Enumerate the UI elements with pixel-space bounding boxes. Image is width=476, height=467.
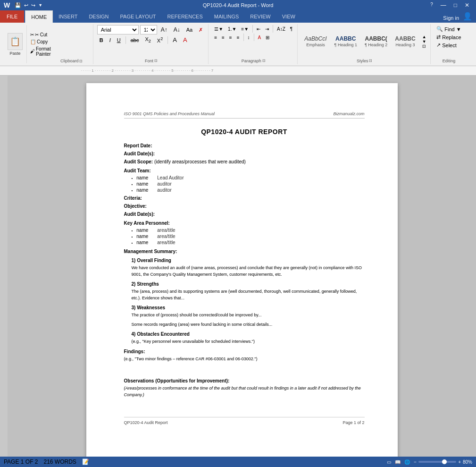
shading-button[interactable]: A (256, 34, 263, 41)
tab-design[interactable]: DESIGN (83, 10, 114, 23)
paragraph-row-2: ≡ ≡ ≡ ≡ ↕ A ⊞ (212, 34, 294, 41)
para-sep4 (254, 34, 254, 41)
styles-expand-icon[interactable]: ⊡ (369, 59, 372, 63)
clipboard-expand-icon[interactable]: ⊡ (79, 59, 83, 63)
font-expand-icon[interactable]: ⊡ (154, 59, 158, 63)
bold-button[interactable]: B (97, 36, 106, 44)
obstacles-title: 4) Obstacles Encountered (132, 331, 365, 337)
maximize-icon[interactable]: □ (451, 2, 460, 8)
increase-font-button[interactable]: A↑ (159, 25, 170, 34)
bullet-icon: • (132, 229, 133, 233)
line-spacing-button[interactable]: ↕ (246, 34, 252, 41)
change-case-button[interactable]: Aa (184, 26, 195, 34)
close-icon[interactable]: ✕ (462, 2, 472, 8)
paste-button[interactable]: 📋 Paste (4, 25, 27, 63)
para-sep1 (252, 25, 253, 33)
print-layout-view[interactable]: ▭ (387, 459, 391, 465)
audit-scope-value: (identify areas/processes that were audi… (154, 159, 246, 164)
clear-formatting-button[interactable]: ✗ (196, 26, 205, 34)
zoom-plus-button[interactable]: + (458, 459, 461, 465)
strikethrough-button[interactable]: abc (128, 36, 142, 44)
sign-in-button[interactable]: Sign in (443, 15, 459, 23)
tab-insert[interactable]: INSERT (53, 10, 83, 23)
underline-button[interactable]: U (115, 36, 123, 44)
separator (125, 36, 126, 44)
undo-icon[interactable]: ↩ (24, 2, 28, 8)
tab-references[interactable]: REFERENCES (162, 10, 209, 23)
sort-button[interactable]: A↕Z (275, 25, 287, 33)
audit-dates-2-label: Audit Date(s): (124, 212, 155, 217)
member-name: name (136, 175, 153, 180)
style-label-heading2: ¶ Heading 2 (365, 42, 387, 47)
style-heading2[interactable]: AABBC( ¶ Heading 2 (362, 34, 390, 48)
select-icon: ↗ (436, 42, 441, 48)
select-button[interactable]: ↗ Select (434, 41, 463, 49)
web-layout-view[interactable]: 🌐 (404, 459, 410, 465)
read-mode-view[interactable]: 📖 (395, 459, 401, 465)
customize-icon[interactable]: ▼ (38, 3, 42, 8)
tab-page-layout[interactable]: PAGE LAYOUT (115, 10, 162, 23)
decrease-font-button[interactable]: A↓ (171, 25, 183, 34)
save-icon[interactable]: 💾 (15, 2, 21, 8)
style-heading1[interactable]: AABBC ¶ Heading 1 (332, 34, 360, 48)
text-highlight-button[interactable]: A (170, 35, 179, 44)
find-button[interactable]: 🔍 Find ▼ (434, 25, 463, 33)
justify-button[interactable]: ≡ (235, 34, 242, 41)
numbering-button[interactable]: 1.▼ (226, 25, 238, 33)
redo-icon[interactable]: ↪ (31, 2, 35, 8)
proofing-icon[interactable]: 📝 (82, 459, 89, 465)
member-role: auditor (157, 187, 172, 193)
align-right-button[interactable]: ≡ (227, 34, 234, 41)
audit-team-list: • name Lead Auditor • name auditor • nam… (132, 175, 365, 193)
format-painter-button[interactable]: 🖌 Format Painter (29, 46, 52, 57)
strengths-body: The (area, process) and its supporting s… (132, 289, 365, 301)
align-center-button[interactable]: ≡ (220, 34, 226, 41)
zoom-minus-button[interactable]: − (414, 459, 417, 465)
font-color-button[interactable]: A (181, 35, 190, 44)
align-left-button[interactable]: ≡ (212, 34, 219, 41)
paragraph-expand-icon[interactable]: ⊡ (262, 59, 266, 63)
bullet-icon: • (132, 188, 133, 193)
zoom-control: − + 80% (414, 459, 472, 465)
list-item: • name auditor (132, 181, 365, 187)
zoom-slider-thumb[interactable] (442, 459, 447, 464)
increase-indent-button[interactable]: ⇥ (263, 25, 271, 33)
cut-button[interactable]: ✂ ✂ Cut (29, 32, 52, 38)
styles-scroll-up[interactable]: ▲ (422, 34, 426, 39)
styles-scroll-down[interactable]: ▼ (422, 39, 426, 44)
font-size-select[interactable]: 12 (140, 25, 157, 34)
doc-header-left: ISO 9001 QMS Policies and Procedures Man… (124, 111, 215, 116)
tab-mailings[interactable]: MAILINGS (209, 10, 245, 23)
clipboard-small-buttons: ✂ ✂ Cut 📋 Copy 🖌 Format Painter (29, 25, 52, 63)
window-title: QP1020-4 Audit Report - Word (203, 2, 274, 8)
help-icon[interactable]: ? (427, 2, 436, 8)
ribbon: FILE HOME INSERT DESIGN PAGE LAYOUT REFE… (0, 10, 476, 66)
replace-button[interactable]: ⇄ Replace (434, 33, 463, 41)
audit-dates-label: Audit Date(s): (124, 151, 155, 156)
bullets-button[interactable]: ☰▼ (212, 25, 225, 33)
decrease-indent-button[interactable]: ⇤ (255, 25, 262, 33)
para-sep3 (243, 34, 244, 41)
show-hide-button[interactable]: ¶ (288, 25, 294, 33)
borders-button[interactable]: ⊞ (264, 34, 271, 41)
multilevel-button[interactable]: ≡▼ (239, 25, 251, 33)
tab-home[interactable]: HOME (25, 10, 53, 23)
tab-review[interactable]: REVIEW (244, 10, 276, 23)
style-heading3[interactable]: AABBC Heading 3 (392, 34, 418, 48)
audit-scope-field: Audit Scope: (identify areas/processes t… (124, 159, 365, 164)
zoom-slider-track[interactable] (418, 461, 456, 463)
superscript-button[interactable]: X2 (155, 35, 165, 44)
paste-label: Paste (9, 51, 20, 56)
styles-expand[interactable]: ⊡ (422, 44, 426, 49)
tab-file[interactable]: FILE (0, 10, 24, 23)
font-name-select[interactable]: Arial (97, 25, 139, 34)
doc-footer-right: Page 1 of 2 (342, 420, 364, 425)
style-emphasis[interactable]: AaBbCcI Emphasis (301, 34, 329, 48)
copy-button[interactable]: 📋 Copy (29, 39, 52, 45)
subscript-button[interactable]: X2 (142, 35, 153, 44)
tab-view[interactable]: VIEW (276, 10, 301, 23)
replace-icon: ⇄ (436, 34, 441, 40)
italic-button[interactable]: I (107, 36, 113, 44)
restore-icon[interactable]: — (438, 2, 449, 8)
scroll-area[interactable]: ISO 9001 QMS Policies and Procedures Man… (8, 76, 476, 457)
